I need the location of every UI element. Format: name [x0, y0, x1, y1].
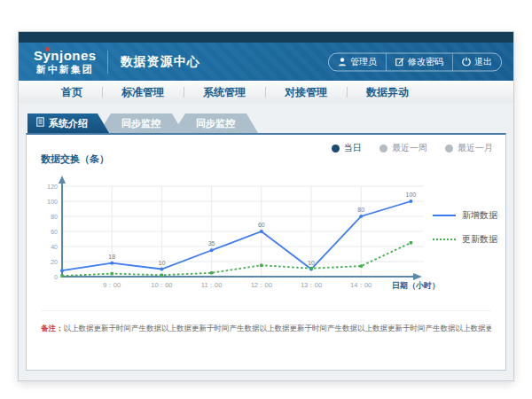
tab-system-intro-label: 系统介绍: [49, 113, 88, 133]
footnote: 备注：以上数据更新于时间产生数据以上数据更新于时间产生数据以上数据更新于时间产生…: [41, 310, 491, 334]
svg-text:40: 40: [51, 244, 58, 250]
legend-updated-data-label: 更新数据: [462, 233, 497, 246]
user-menu-admin-label: 管理员: [350, 56, 377, 68]
tab-bar: 系统介绍 同步监控 同步监控: [27, 113, 506, 133]
svg-text:20: 20: [51, 259, 58, 265]
time-range-group: 当日 最近一周 最近一月: [332, 142, 493, 154]
radio-today-dot-icon: [332, 145, 340, 153]
chart-y-axis-title: 数据交换（条）: [41, 153, 109, 166]
change-password-button[interactable]: 修改密码: [386, 53, 452, 70]
content-area: 系统介绍 同步监控 同步监控 当日 最近一周 最近一月 数据交: [19, 103, 513, 380]
radio-last-week-dot-icon: [379, 145, 387, 153]
radio-today[interactable]: 当日: [332, 142, 362, 154]
logout-label: 退出: [474, 56, 492, 68]
top-strip: [19, 32, 513, 43]
svg-text:11：00: 11：00: [201, 281, 223, 289]
svg-text:13：00: 13：00: [301, 281, 322, 289]
tab-system-intro[interactable]: 系统介绍: [27, 113, 109, 133]
nav-item-system-mgmt[interactable]: 系统管理: [184, 82, 265, 103]
svg-text:60: 60: [258, 222, 265, 228]
header-divider: [107, 51, 108, 74]
svg-text:120: 120: [47, 184, 58, 190]
svg-text:60: 60: [51, 229, 58, 235]
svg-text:10：00: 10：00: [151, 281, 172, 289]
svg-text:0: 0: [54, 274, 58, 280]
logo-company-text: 新中新集团: [34, 64, 97, 74]
legend-line-solid-icon: [433, 215, 456, 216]
svg-text:35: 35: [208, 240, 215, 246]
footnote-text: 以上数据更新于时间产生数据以上数据更新于时间产生数据以上数据更新于时间产生数据以…: [64, 324, 492, 332]
line-chart: 0204060801001209：0010：0011：0012：0013：001…: [34, 175, 455, 299]
tab-sync-monitor-2[interactable]: 同步监控: [173, 113, 258, 133]
radio-last-month-label: 最近一月: [458, 142, 493, 154]
svg-text:10: 10: [308, 260, 315, 266]
document-icon: [36, 113, 44, 133]
nav-item-home[interactable]: 首页: [42, 82, 102, 103]
change-password-label: 修改密码: [408, 56, 443, 68]
svg-text:100: 100: [47, 199, 58, 205]
user-icon: [338, 58, 347, 66]
page-title: 数据资源中心: [121, 54, 200, 70]
svg-text:12：00: 12：00: [251, 281, 272, 289]
main-nav: 首页 标准管理 系统管理 对接管理 数据异动: [19, 81, 513, 104]
user-menu: 管理员 修改密码 退出: [328, 52, 502, 71]
svg-text:100: 100: [406, 192, 417, 198]
company-logo: Synjones 新中新集团: [34, 49, 97, 74]
power-icon: [462, 58, 471, 66]
svg-text:18: 18: [108, 254, 115, 260]
legend-line-dotted-icon: [433, 239, 456, 240]
svg-text:80: 80: [51, 214, 58, 220]
footnote-label: 备注：: [41, 324, 64, 332]
nav-item-standard-mgmt[interactable]: 标准管理: [102, 82, 184, 103]
tab-sync-monitor-1[interactable]: 同步监控: [98, 113, 184, 133]
chart-panel: 当日 最近一周 最近一月 数据交换（条） 0204060801001209：00…: [26, 133, 506, 371]
radio-last-week-label: 最近一周: [392, 142, 427, 154]
svg-text:9：00: 9：00: [103, 281, 121, 289]
svg-text:14：00: 14：00: [350, 281, 372, 289]
app-header: Synjones 新中新集团 数据资源中心 管理员 修改密码: [19, 43, 513, 81]
nav-item-connect-mgmt[interactable]: 对接管理: [265, 82, 347, 103]
logout-button[interactable]: 退出: [452, 53, 501, 70]
svg-text:80: 80: [357, 207, 364, 213]
radio-today-label: 当日: [344, 142, 362, 154]
radio-last-month[interactable]: 最近一月: [445, 142, 493, 154]
legend-item-updated-data[interactable]: 更新数据: [433, 233, 497, 246]
edit-icon: [395, 58, 404, 66]
radio-last-week[interactable]: 最近一周: [379, 142, 427, 154]
svg-text:10: 10: [159, 260, 166, 266]
nav-item-data-change[interactable]: 数据异动: [347, 82, 428, 103]
legend-new-data-label: 新增数据: [462, 209, 497, 222]
legend-item-new-data[interactable]: 新增数据: [433, 209, 497, 222]
chart-legend: 新增数据 更新数据: [433, 209, 497, 246]
svg-text:日期（小时）: 日期（小时）: [392, 281, 440, 290]
radio-last-month-dot-icon: [445, 145, 453, 153]
user-menu-admin[interactable]: 管理员: [329, 53, 386, 70]
logo-brand-text: Synjones: [34, 49, 97, 64]
app-window: Synjones 新中新集团 数据资源中心 管理员 修改密码: [18, 31, 514, 381]
